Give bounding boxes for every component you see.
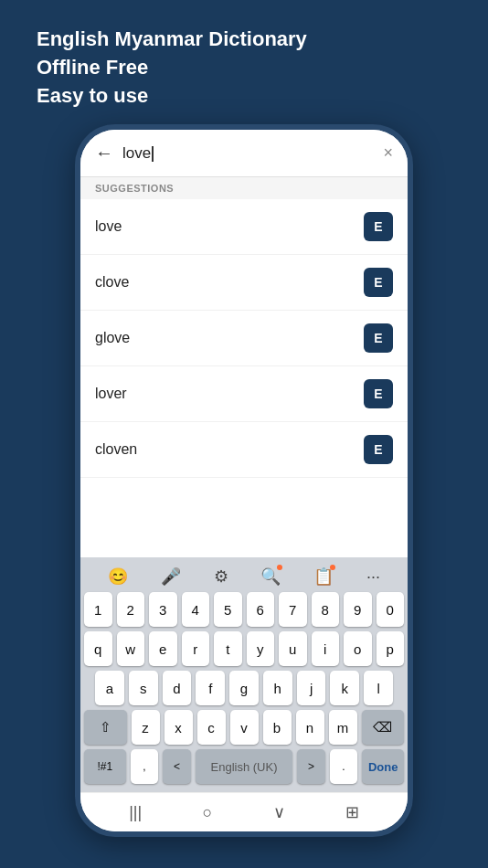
app-header: English Myanmar Dictionary Offline Free …: [0, 0, 488, 124]
word-text: cloven: [95, 441, 137, 458]
key-r[interactable]: r: [182, 631, 210, 666]
key-d[interactable]: d: [163, 671, 192, 705]
header-line2: Offline Free: [37, 56, 148, 79]
key-j[interactable]: j: [297, 671, 326, 705]
key-s[interactable]: s: [129, 671, 158, 705]
word-badge: E: [364, 435, 393, 464]
lang-prev-key[interactable]: <: [163, 749, 190, 784]
key-6[interactable]: 6: [247, 592, 275, 627]
key-8[interactable]: 8: [312, 592, 340, 627]
kb-row2: a s d f g h j k l: [84, 671, 404, 705]
shift-key[interactable]: ⇧: [84, 710, 127, 745]
header-line1: English Myanmar Dictionary: [37, 27, 307, 50]
key-g[interactable]: g: [229, 671, 259, 705]
emoji-icon[interactable]: 😊: [108, 566, 128, 587]
key-z[interactable]: z: [132, 710, 160, 745]
nav-recents-icon[interactable]: ∨: [273, 802, 285, 822]
suggestions-label: SUGGESTIONS: [80, 177, 408, 199]
phone-frame: ← love × SUGGESTIONS love E clove E glov…: [75, 124, 413, 837]
key-k[interactable]: k: [330, 671, 359, 705]
key-i[interactable]: i: [312, 631, 340, 666]
key-x[interactable]: x: [164, 710, 193, 745]
key-5[interactable]: 5: [214, 592, 242, 627]
word-badge: E: [364, 379, 393, 408]
backspace-key[interactable]: ⌫: [362, 710, 405, 745]
word-badge: E: [364, 323, 393, 353]
more-icon[interactable]: ···: [366, 567, 380, 587]
key-c[interactable]: c: [197, 710, 226, 745]
language-key[interactable]: English (UK): [196, 749, 293, 784]
clear-button[interactable]: ×: [383, 143, 393, 163]
nav-apps-icon[interactable]: ⊞: [345, 802, 359, 822]
word-text: love: [95, 218, 122, 235]
settings-icon[interactable]: ⚙: [214, 566, 228, 587]
symbol-key[interactable]: !#1: [84, 749, 126, 784]
kb-bottom-row: !#1 , < English (UK) > . Done: [84, 749, 404, 784]
list-item[interactable]: lover E: [80, 366, 408, 422]
list-item[interactable]: glove E: [80, 311, 408, 366]
key-n[interactable]: n: [296, 710, 324, 745]
search-input[interactable]: love: [122, 144, 374, 163]
mic-icon[interactable]: 🎤: [161, 566, 181, 587]
key-w[interactable]: w: [117, 631, 145, 666]
clipboard-icon[interactable]: 📋: [313, 566, 334, 587]
word-text: lover: [95, 386, 127, 402]
key-2[interactable]: 2: [117, 592, 145, 627]
list-item[interactable]: cloven E: [80, 422, 408, 478]
key-4[interactable]: 4: [182, 592, 210, 627]
key-y[interactable]: y: [247, 631, 275, 666]
key-9[interactable]: 9: [344, 592, 372, 627]
list-item[interactable]: love E: [80, 199, 408, 255]
header-line3: Easy to use: [37, 84, 148, 107]
kb-row3: ⇧ z x c v b n m ⌫: [84, 710, 404, 745]
key-b[interactable]: b: [263, 710, 292, 745]
word-badge: E: [364, 268, 393, 297]
key-3[interactable]: 3: [149, 592, 177, 627]
word-list: love E clove E glove E lover E cloven E: [80, 199, 408, 557]
keyboard: 😊 🎤 ⚙ 🔍 📋 ··· 1 2 3 4 5: [80, 557, 408, 792]
kb-number-row: 1 2 3 4 5 6 7 8 9 0: [84, 592, 404, 627]
key-v[interactable]: v: [230, 710, 259, 745]
key-q[interactable]: q: [84, 631, 112, 666]
list-item[interactable]: clove E: [80, 255, 408, 311]
key-e[interactable]: e: [149, 631, 177, 666]
search-bar: ← love ×: [80, 130, 408, 177]
key-1[interactable]: 1: [84, 592, 112, 627]
nav-bar: ||| ○ ∨ ⊞: [80, 792, 408, 831]
key-l[interactable]: l: [364, 671, 393, 705]
nav-home-icon[interactable]: ○: [202, 803, 212, 822]
phone-screen: ← love × SUGGESTIONS love E clove E glov…: [80, 130, 408, 831]
nav-back-icon[interactable]: |||: [129, 803, 142, 822]
kb-row1: q w e r t y u i o p: [84, 631, 404, 666]
key-f[interactable]: f: [196, 671, 225, 705]
word-badge: E: [364, 212, 393, 241]
period-key[interactable]: .: [330, 749, 357, 784]
key-7[interactable]: 7: [279, 592, 307, 627]
key-u[interactable]: u: [279, 631, 307, 666]
lang-next-key[interactable]: >: [297, 749, 324, 784]
search-icon[interactable]: 🔍: [260, 566, 281, 587]
comma-key[interactable]: ,: [131, 749, 158, 784]
key-a[interactable]: a: [95, 671, 124, 705]
key-h[interactable]: h: [263, 671, 292, 705]
key-p[interactable]: p: [377, 631, 405, 666]
key-t[interactable]: t: [214, 631, 242, 666]
word-text: glove: [95, 330, 130, 346]
key-0[interactable]: 0: [377, 592, 405, 627]
word-text: clove: [95, 274, 129, 291]
key-m[interactable]: m: [329, 710, 357, 745]
kb-toolbar: 😊 🎤 ⚙ 🔍 📋 ···: [84, 563, 404, 592]
back-button[interactable]: ←: [95, 143, 113, 164]
done-key[interactable]: Done: [362, 749, 404, 784]
key-o[interactable]: o: [344, 631, 372, 666]
